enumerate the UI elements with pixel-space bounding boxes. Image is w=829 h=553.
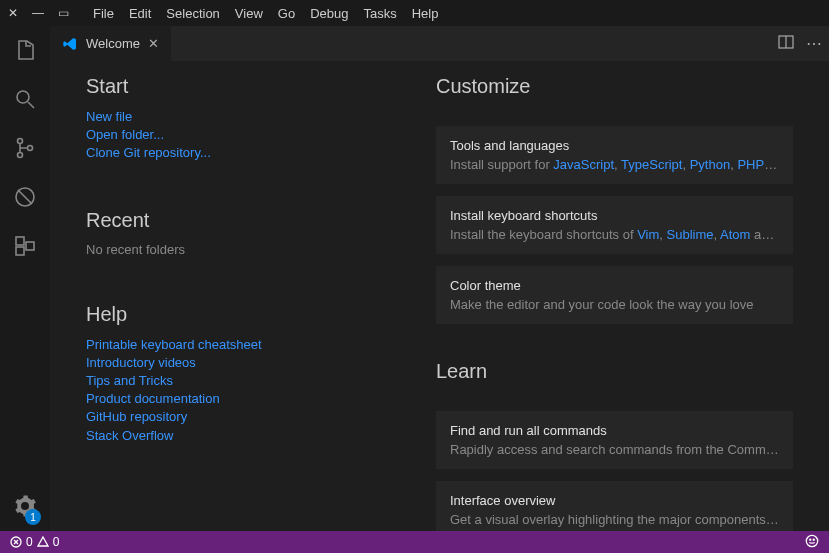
- tab-welcome[interactable]: Welcome ✕: [50, 26, 171, 61]
- card-title: Interface overview: [450, 493, 779, 508]
- card-title: Tools and languages: [450, 138, 779, 153]
- menu-tasks[interactable]: Tasks: [363, 6, 396, 21]
- heading-customize: Customize: [436, 75, 793, 98]
- tab-bar: Welcome ✕ ⋯: [50, 26, 829, 61]
- heading-help: Help: [86, 303, 436, 326]
- activity-bar: 1: [0, 26, 50, 531]
- status-problems[interactable]: 0 0: [10, 535, 59, 549]
- warning-icon: [37, 536, 49, 548]
- svg-rect-6: [16, 247, 24, 255]
- split-editor-icon[interactable]: [778, 34, 794, 53]
- menu-edit[interactable]: Edit: [129, 6, 151, 21]
- link-open-folder[interactable]: Open folder...: [86, 126, 436, 144]
- card-desc: Make the editor and your code look the w…: [450, 297, 779, 312]
- window-menu-icon[interactable]: ▭: [58, 6, 69, 20]
- card-title: Color theme: [450, 278, 779, 293]
- section-recent: Recent No recent folders: [86, 209, 436, 257]
- card-title: Find and run all commands: [450, 423, 779, 438]
- activity-badge: 1: [25, 509, 41, 525]
- error-icon: [10, 536, 22, 548]
- heading-start: Start: [86, 75, 436, 98]
- svg-point-12: [813, 539, 814, 540]
- menu-debug[interactable]: Debug: [310, 6, 348, 21]
- svg-point-0: [17, 91, 29, 103]
- close-icon[interactable]: ✕: [148, 36, 159, 51]
- vscode-icon: [62, 36, 78, 52]
- link-github[interactable]: GitHub repository: [86, 408, 436, 426]
- link-new-file[interactable]: New file: [86, 108, 436, 126]
- card-title: Install keyboard shortcuts: [450, 208, 779, 223]
- card-desc: Install the keyboard shortcuts of Vim, S…: [450, 227, 779, 242]
- search-icon[interactable]: [13, 87, 37, 114]
- menu-bar: File Edit Selection View Go Debug Tasks …: [93, 6, 438, 21]
- svg-point-1: [18, 139, 23, 144]
- heading-recent: Recent: [86, 209, 436, 232]
- link-docs[interactable]: Product documentation: [86, 390, 436, 408]
- window-minimize-icon[interactable]: —: [32, 6, 44, 20]
- menu-view[interactable]: View: [235, 6, 263, 21]
- warning-count: 0: [53, 535, 60, 549]
- debug-icon[interactable]: [13, 185, 37, 212]
- feedback-icon[interactable]: [805, 534, 819, 551]
- card-desc: Get a visual overlay highlighting the ma…: [450, 512, 779, 527]
- extensions-icon[interactable]: [13, 234, 37, 261]
- svg-point-11: [810, 539, 811, 540]
- welcome-content: Start New file Open folder... Clone Git …: [50, 61, 829, 531]
- svg-point-10: [806, 535, 817, 546]
- source-control-icon[interactable]: [13, 136, 37, 163]
- card-color-theme[interactable]: Color theme Make the editor and your cod…: [436, 266, 793, 324]
- link-cheatsheet[interactable]: Printable keyboard cheatsheet: [86, 336, 436, 354]
- section-start: Start New file Open folder... Clone Git …: [86, 75, 436, 163]
- card-desc: Install support for JavaScript, TypeScri…: [450, 157, 779, 172]
- link-intro-videos[interactable]: Introductory videos: [86, 354, 436, 372]
- menu-go[interactable]: Go: [278, 6, 295, 21]
- menu-file[interactable]: File: [93, 6, 114, 21]
- card-keyboard-shortcuts[interactable]: Install keyboard shortcuts Install the k…: [436, 196, 793, 254]
- card-find-commands[interactable]: Find and run all commands Rapidly access…: [436, 411, 793, 469]
- svg-point-2: [18, 153, 23, 158]
- svg-point-3: [28, 146, 33, 151]
- window-close-icon[interactable]: ✕: [8, 6, 18, 20]
- card-desc: Rapidly access and search commands from …: [450, 442, 779, 457]
- more-actions-icon[interactable]: ⋯: [806, 34, 823, 53]
- link-clone-git[interactable]: Clone Git repository...: [86, 144, 436, 162]
- card-interface-overview[interactable]: Interface overview Get a visual overlay …: [436, 481, 793, 531]
- svg-rect-5: [16, 237, 24, 245]
- link-stackoverflow[interactable]: Stack Overflow: [86, 427, 436, 445]
- link-tips-tricks[interactable]: Tips and Tricks: [86, 372, 436, 390]
- error-count: 0: [26, 535, 33, 549]
- menu-selection[interactable]: Selection: [166, 6, 219, 21]
- status-bar: 0 0: [0, 531, 829, 553]
- section-help: Help Printable keyboard cheatsheet Intro…: [86, 303, 436, 445]
- svg-rect-7: [26, 242, 34, 250]
- title-bar: ✕ — ▭ File Edit Selection View Go Debug …: [0, 0, 829, 26]
- tab-title: Welcome: [86, 36, 140, 51]
- card-tools-languages[interactable]: Tools and languages Install support for …: [436, 126, 793, 184]
- heading-learn: Learn: [436, 360, 793, 383]
- recent-empty-text: No recent folders: [86, 242, 185, 257]
- menu-help[interactable]: Help: [412, 6, 439, 21]
- explorer-icon[interactable]: [13, 38, 37, 65]
